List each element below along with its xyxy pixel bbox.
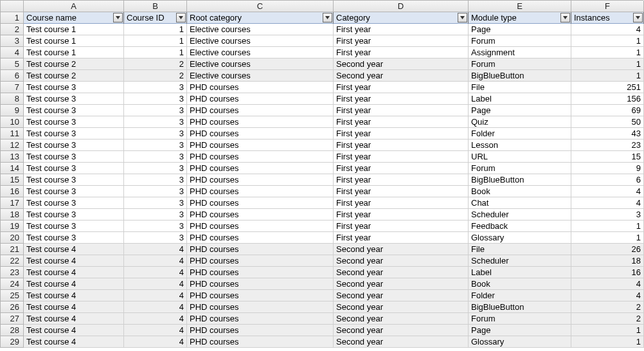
- data-cell[interactable]: 3: [124, 82, 187, 93]
- data-cell[interactable]: 4: [571, 278, 644, 290]
- data-cell[interactable]: 3: [124, 163, 187, 174]
- data-cell[interactable]: PHD courses: [187, 128, 334, 140]
- data-cell[interactable]: First year: [334, 116, 469, 128]
- row-header[interactable]: 13: [1, 151, 24, 163]
- data-cell[interactable]: BigBlueButton: [469, 70, 571, 82]
- data-cell[interactable]: 3: [124, 232, 187, 244]
- data-cell[interactable]: First year: [334, 197, 469, 209]
- row-header[interactable]: 18: [1, 209, 24, 221]
- data-cell[interactable]: Second year: [334, 290, 469, 302]
- row-header[interactable]: 24: [1, 278, 24, 290]
- data-cell[interactable]: First year: [334, 232, 469, 244]
- data-cell[interactable]: Glossary: [469, 336, 571, 348]
- filter-dropdown-icon[interactable]: [633, 13, 643, 22]
- data-cell[interactable]: 4: [124, 244, 187, 255]
- data-cell[interactable]: 3: [124, 221, 187, 232]
- data-cell[interactable]: Test course 1: [24, 24, 124, 35]
- data-cell[interactable]: 43: [571, 128, 644, 140]
- data-cell[interactable]: 9: [571, 163, 644, 174]
- data-cell[interactable]: Elective courses: [187, 24, 334, 35]
- filter-dropdown-icon[interactable]: [113, 13, 123, 22]
- data-cell[interactable]: Label: [469, 93, 571, 105]
- data-cell[interactable]: Second year: [334, 325, 469, 336]
- data-cell[interactable]: 6: [571, 174, 644, 186]
- data-cell[interactable]: Test course 3: [24, 209, 124, 221]
- data-cell[interactable]: PHD courses: [187, 82, 334, 93]
- data-cell[interactable]: First year: [334, 221, 469, 232]
- data-cell[interactable]: 156: [571, 93, 644, 105]
- data-cell[interactable]: PHD courses: [187, 151, 334, 163]
- data-cell[interactable]: BigBlueButton: [469, 302, 571, 313]
- data-cell[interactable]: File: [469, 82, 571, 93]
- column-header-f[interactable]: F: [571, 1, 644, 12]
- data-cell[interactable]: 16: [571, 267, 644, 278]
- data-cell[interactable]: 4: [124, 302, 187, 313]
- data-cell[interactable]: First year: [334, 105, 469, 116]
- data-cell[interactable]: PHD courses: [187, 232, 334, 244]
- data-cell[interactable]: 1: [571, 47, 644, 59]
- data-cell[interactable]: Elective courses: [187, 70, 334, 82]
- data-cell[interactable]: Test course 3: [24, 140, 124, 151]
- data-cell[interactable]: Scheduler: [469, 209, 571, 221]
- filter-dropdown-icon[interactable]: [323, 13, 332, 22]
- data-cell[interactable]: PHD courses: [187, 278, 334, 290]
- data-cell[interactable]: 3: [124, 151, 187, 163]
- data-cell[interactable]: 69: [571, 105, 644, 116]
- data-cell[interactable]: PHD courses: [187, 174, 334, 186]
- data-cell[interactable]: 3: [571, 209, 644, 221]
- data-cell[interactable]: First year: [334, 151, 469, 163]
- data-cell[interactable]: 3: [124, 140, 187, 151]
- data-cell[interactable]: 4: [124, 255, 187, 267]
- data-cell[interactable]: Test course 4: [24, 255, 124, 267]
- data-cell[interactable]: PHD courses: [187, 163, 334, 174]
- data-cell[interactable]: First year: [334, 186, 469, 197]
- data-cell[interactable]: Second year: [334, 255, 469, 267]
- data-cell[interactable]: 4: [124, 325, 187, 336]
- data-cell[interactable]: Test course 1: [24, 35, 124, 47]
- data-cell[interactable]: PHD courses: [187, 197, 334, 209]
- row-header[interactable]: 28: [1, 325, 24, 336]
- row-header[interactable]: 19: [1, 221, 24, 232]
- data-cell[interactable]: Feedback: [469, 221, 571, 232]
- data-cell[interactable]: 3: [124, 116, 187, 128]
- header-cell[interactable]: Module type: [469, 12, 571, 24]
- data-cell[interactable]: 1: [124, 24, 187, 35]
- data-cell[interactable]: Test course 1: [24, 47, 124, 59]
- data-cell[interactable]: Label: [469, 267, 571, 278]
- data-cell[interactable]: PHD courses: [187, 221, 334, 232]
- data-cell[interactable]: Forum: [469, 59, 571, 70]
- data-cell[interactable]: Chat: [469, 197, 571, 209]
- data-cell[interactable]: Book: [469, 186, 571, 197]
- data-cell[interactable]: Second year: [334, 302, 469, 313]
- data-cell[interactable]: 3: [124, 128, 187, 140]
- data-cell[interactable]: Test course 4: [24, 244, 124, 255]
- data-cell[interactable]: 3: [124, 209, 187, 221]
- row-header[interactable]: 23: [1, 267, 24, 278]
- data-cell[interactable]: Assignment: [469, 47, 571, 59]
- data-cell[interactable]: Second year: [334, 313, 469, 325]
- data-cell[interactable]: Forum: [469, 163, 571, 174]
- row-header[interactable]: 8: [1, 93, 24, 105]
- row-header[interactable]: 9: [1, 105, 24, 116]
- data-cell[interactable]: Page: [469, 325, 571, 336]
- data-cell[interactable]: First year: [334, 47, 469, 59]
- data-cell[interactable]: 2: [571, 302, 644, 313]
- data-cell[interactable]: 4: [571, 290, 644, 302]
- data-cell[interactable]: 3: [124, 105, 187, 116]
- data-cell[interactable]: Second year: [334, 70, 469, 82]
- select-all-corner[interactable]: [1, 1, 24, 12]
- data-cell[interactable]: Second year: [334, 336, 469, 348]
- data-cell[interactable]: PHD courses: [187, 302, 334, 313]
- filter-dropdown-icon[interactable]: [458, 13, 467, 22]
- data-cell[interactable]: Page: [469, 105, 571, 116]
- row-header[interactable]: 2: [1, 24, 24, 35]
- data-cell[interactable]: PHD courses: [187, 209, 334, 221]
- data-cell[interactable]: Test course 4: [24, 302, 124, 313]
- data-cell[interactable]: 23: [571, 140, 644, 151]
- header-cell[interactable]: Course name: [24, 12, 124, 24]
- data-cell[interactable]: Test course 3: [24, 105, 124, 116]
- data-cell[interactable]: Folder: [469, 128, 571, 140]
- data-cell[interactable]: Folder: [469, 290, 571, 302]
- data-cell[interactable]: Page: [469, 24, 571, 35]
- data-cell[interactable]: PHD courses: [187, 255, 334, 267]
